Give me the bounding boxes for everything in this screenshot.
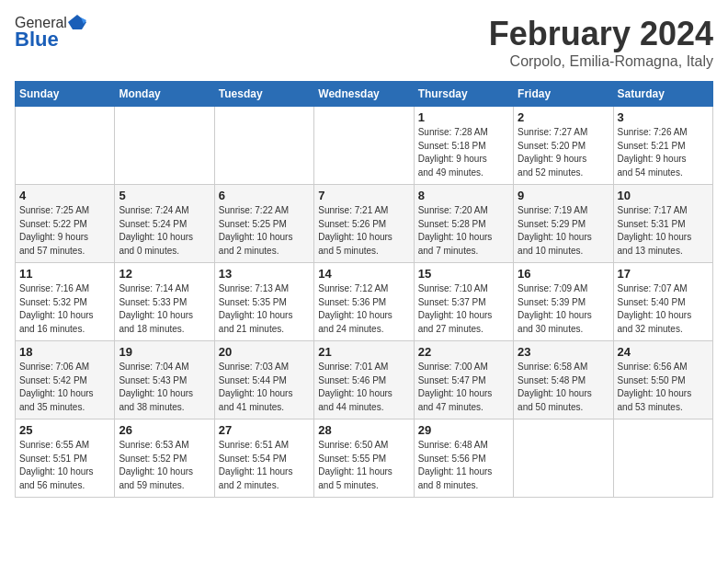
logo: General Blue <box>15 15 86 52</box>
table-row: 16Sunrise: 7:09 AM Sunset: 5:39 PM Dayli… <box>514 263 613 341</box>
logo-bird-icon <box>68 13 86 31</box>
day-info: Sunrise: 6:55 AM Sunset: 5:51 PM Dayligh… <box>19 439 110 492</box>
day-number: 3 <box>618 110 709 124</box>
day-info: Sunrise: 6:50 AM Sunset: 5:55 PM Dayligh… <box>318 439 409 492</box>
table-row <box>16 107 115 185</box>
table-row: 1Sunrise: 7:28 AM Sunset: 5:18 PM Daylig… <box>414 107 513 185</box>
table-row: 4Sunrise: 7:25 AM Sunset: 5:22 PM Daylig… <box>16 185 115 263</box>
table-row: 20Sunrise: 7:03 AM Sunset: 5:44 PM Dayli… <box>214 341 313 419</box>
day-info: Sunrise: 6:56 AM Sunset: 5:50 PM Dayligh… <box>618 361 709 414</box>
table-row <box>115 107 214 185</box>
calendar-table: Sunday Monday Tuesday Wednesday Thursday… <box>15 81 713 498</box>
calendar-week-row: 25Sunrise: 6:55 AM Sunset: 5:51 PM Dayli… <box>16 419 713 498</box>
table-row: 6Sunrise: 7:22 AM Sunset: 5:25 PM Daylig… <box>214 185 313 263</box>
table-row: 22Sunrise: 7:00 AM Sunset: 5:47 PM Dayli… <box>414 341 513 419</box>
col-wednesday: Wednesday <box>314 82 414 107</box>
table-row: 3Sunrise: 7:26 AM Sunset: 5:21 PM Daylig… <box>613 107 712 185</box>
day-number: 15 <box>418 267 509 281</box>
day-info: Sunrise: 7:04 AM Sunset: 5:43 PM Dayligh… <box>119 361 210 414</box>
table-row: 17Sunrise: 7:07 AM Sunset: 5:40 PM Dayli… <box>613 263 712 341</box>
day-number: 17 <box>618 267 709 281</box>
day-number: 26 <box>119 423 210 437</box>
day-number: 24 <box>618 345 709 359</box>
day-info: Sunrise: 7:03 AM Sunset: 5:44 PM Dayligh… <box>219 361 310 414</box>
day-info: Sunrise: 7:22 AM Sunset: 5:25 PM Dayligh… <box>219 204 310 258</box>
location-subtitle: Corpolo, Emilia-Romagna, Italy <box>489 53 713 70</box>
table-row: 25Sunrise: 6:55 AM Sunset: 5:51 PM Dayli… <box>16 419 115 498</box>
table-row: 19Sunrise: 7:04 AM Sunset: 5:43 PM Dayli… <box>115 341 214 419</box>
table-row: 10Sunrise: 7:17 AM Sunset: 5:31 PM Dayli… <box>613 185 712 263</box>
day-number: 2 <box>518 110 609 124</box>
day-info: Sunrise: 7:06 AM Sunset: 5:42 PM Dayligh… <box>19 361 110 414</box>
day-info: Sunrise: 7:12 AM Sunset: 5:36 PM Dayligh… <box>318 282 409 336</box>
day-info: Sunrise: 7:01 AM Sunset: 5:46 PM Dayligh… <box>318 361 409 414</box>
day-info: Sunrise: 7:10 AM Sunset: 5:37 PM Dayligh… <box>418 282 509 336</box>
table-row <box>214 107 313 185</box>
day-info: Sunrise: 6:58 AM Sunset: 5:48 PM Dayligh… <box>518 361 609 414</box>
day-info: Sunrise: 7:00 AM Sunset: 5:47 PM Dayligh… <box>418 361 509 414</box>
day-number: 16 <box>518 267 609 281</box>
table-row: 14Sunrise: 7:12 AM Sunset: 5:36 PM Dayli… <box>314 263 414 341</box>
col-thursday: Thursday <box>414 82 513 107</box>
day-number: 5 <box>119 189 210 202</box>
table-row <box>314 107 414 185</box>
table-row: 18Sunrise: 7:06 AM Sunset: 5:42 PM Dayli… <box>16 341 115 419</box>
table-row: 21Sunrise: 7:01 AM Sunset: 5:46 PM Dayli… <box>314 341 414 419</box>
table-row: 23Sunrise: 6:58 AM Sunset: 5:48 PM Dayli… <box>514 341 613 419</box>
table-row: 9Sunrise: 7:19 AM Sunset: 5:29 PM Daylig… <box>514 185 613 263</box>
day-number: 27 <box>219 423 310 437</box>
col-saturday: Saturday <box>613 82 712 107</box>
table-row: 5Sunrise: 7:24 AM Sunset: 5:24 PM Daylig… <box>115 185 214 263</box>
day-number: 13 <box>219 267 310 281</box>
day-number: 6 <box>219 189 310 202</box>
page-header: General Blue February 2024 Corpolo, Emil… <box>15 15 713 70</box>
calendar-week-row: 1Sunrise: 7:28 AM Sunset: 5:18 PM Daylig… <box>16 107 713 185</box>
day-number: 21 <box>318 345 409 359</box>
day-info: Sunrise: 7:19 AM Sunset: 5:29 PM Dayligh… <box>518 204 609 258</box>
day-info: Sunrise: 7:26 AM Sunset: 5:21 PM Dayligh… <box>618 126 709 179</box>
logo-blue-text: Blue <box>15 28 59 52</box>
table-row: 8Sunrise: 7:20 AM Sunset: 5:28 PM Daylig… <box>414 185 513 263</box>
day-info: Sunrise: 7:07 AM Sunset: 5:40 PM Dayligh… <box>618 282 709 336</box>
day-number: 14 <box>318 267 409 281</box>
table-row: 15Sunrise: 7:10 AM Sunset: 5:37 PM Dayli… <box>414 263 513 341</box>
day-number: 19 <box>119 345 210 359</box>
day-number: 29 <box>418 423 509 437</box>
day-number: 10 <box>618 189 709 202</box>
table-row <box>514 419 613 498</box>
day-info: Sunrise: 7:09 AM Sunset: 5:39 PM Dayligh… <box>518 282 609 336</box>
calendar-week-row: 18Sunrise: 7:06 AM Sunset: 5:42 PM Dayli… <box>16 341 713 419</box>
table-row: 7Sunrise: 7:21 AM Sunset: 5:26 PM Daylig… <box>314 185 414 263</box>
calendar-week-row: 11Sunrise: 7:16 AM Sunset: 5:32 PM Dayli… <box>16 263 713 341</box>
day-info: Sunrise: 7:24 AM Sunset: 5:24 PM Dayligh… <box>119 204 210 258</box>
day-number: 12 <box>119 267 210 281</box>
day-number: 23 <box>518 345 609 359</box>
title-area: February 2024 Corpolo, Emilia-Romagna, I… <box>489 15 713 70</box>
table-row <box>613 419 712 498</box>
day-number: 4 <box>19 189 110 202</box>
table-row: 11Sunrise: 7:16 AM Sunset: 5:32 PM Dayli… <box>16 263 115 341</box>
table-row: 29Sunrise: 6:48 AM Sunset: 5:56 PM Dayli… <box>414 419 513 498</box>
day-number: 1 <box>418 110 509 124</box>
calendar-week-row: 4Sunrise: 7:25 AM Sunset: 5:22 PM Daylig… <box>16 185 713 263</box>
calendar-header-row: Sunday Monday Tuesday Wednesday Thursday… <box>16 82 713 107</box>
table-row: 27Sunrise: 6:51 AM Sunset: 5:54 PM Dayli… <box>214 419 313 498</box>
day-info: Sunrise: 6:53 AM Sunset: 5:52 PM Dayligh… <box>119 439 210 492</box>
col-tuesday: Tuesday <box>214 82 313 107</box>
day-info: Sunrise: 6:48 AM Sunset: 5:56 PM Dayligh… <box>418 439 509 492</box>
day-info: Sunrise: 7:28 AM Sunset: 5:18 PM Dayligh… <box>418 126 509 179</box>
day-number: 9 <box>518 189 609 202</box>
day-number: 7 <box>318 189 409 202</box>
day-info: Sunrise: 7:17 AM Sunset: 5:31 PM Dayligh… <box>618 204 709 258</box>
day-number: 28 <box>318 423 409 437</box>
day-number: 11 <box>19 267 110 281</box>
col-sunday: Sunday <box>16 82 115 107</box>
col-monday: Monday <box>115 82 214 107</box>
day-number: 20 <box>219 345 310 359</box>
day-info: Sunrise: 7:13 AM Sunset: 5:35 PM Dayligh… <box>219 282 310 336</box>
col-friday: Friday <box>514 82 613 107</box>
table-row: 28Sunrise: 6:50 AM Sunset: 5:55 PM Dayli… <box>314 419 414 498</box>
day-number: 22 <box>418 345 509 359</box>
table-row: 12Sunrise: 7:14 AM Sunset: 5:33 PM Dayli… <box>115 263 214 341</box>
day-info: Sunrise: 7:20 AM Sunset: 5:28 PM Dayligh… <box>418 204 509 258</box>
